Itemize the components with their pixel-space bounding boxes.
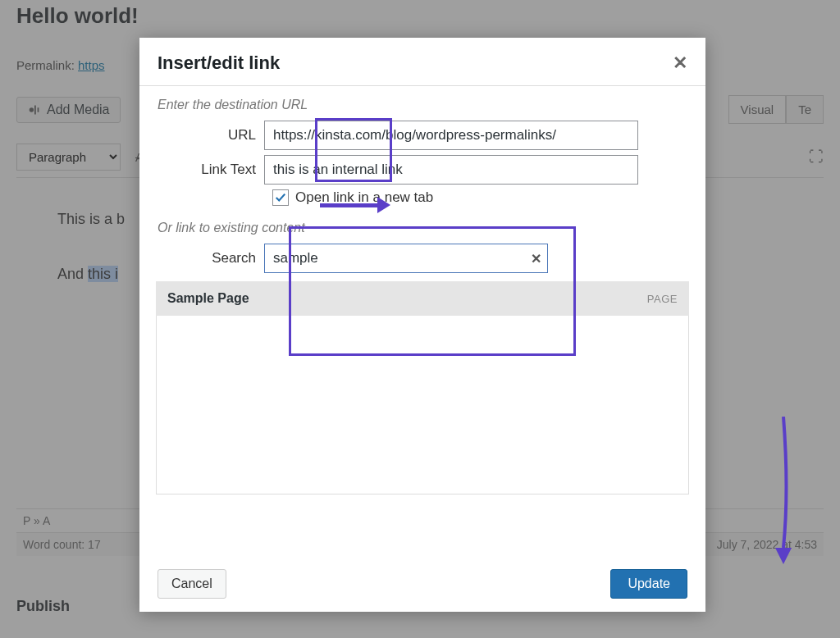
modal-title: Insert/edit link <box>158 52 280 74</box>
linktext-input[interactable] <box>264 155 638 185</box>
modal-body: Enter the destination URL URL Link Text … <box>139 86 705 558</box>
modal-footer: Cancel Update <box>139 558 705 612</box>
result-type: PAGE <box>647 293 678 305</box>
url-row: URL <box>158 121 687 150</box>
linktext-label: Link Text <box>158 162 264 178</box>
linktext-row: Link Text <box>158 155 687 185</box>
close-icon[interactable]: ✕ <box>673 52 687 74</box>
modal-header: Insert/edit link ✕ <box>139 38 705 86</box>
url-input[interactable] <box>264 121 638 150</box>
existing-content-hint: Or link to existing content <box>158 221 687 235</box>
insert-link-modal: Insert/edit link ✕ Enter the destination… <box>139 38 705 612</box>
url-label: URL <box>158 127 264 144</box>
search-input[interactable] <box>264 244 548 273</box>
search-label: Search <box>158 250 264 267</box>
newtab-row: Open link in a new tab <box>272 189 687 206</box>
clear-search-icon[interactable]: ✕ <box>531 251 541 267</box>
destination-hint: Enter the destination URL <box>158 98 687 112</box>
newtab-label: Open link in a new tab <box>295 189 433 206</box>
update-button[interactable]: Update <box>610 569 687 599</box>
cancel-button[interactable]: Cancel <box>158 569 226 599</box>
search-result-item[interactable]: Sample Page PAGE <box>156 281 689 316</box>
results-empty-area <box>156 316 689 494</box>
search-results: Sample Page PAGE <box>156 281 689 494</box>
result-title: Sample Page <box>167 291 249 306</box>
check-icon <box>275 192 286 203</box>
search-row: Search ✕ <box>158 244 687 273</box>
newtab-checkbox[interactable] <box>272 189 289 206</box>
